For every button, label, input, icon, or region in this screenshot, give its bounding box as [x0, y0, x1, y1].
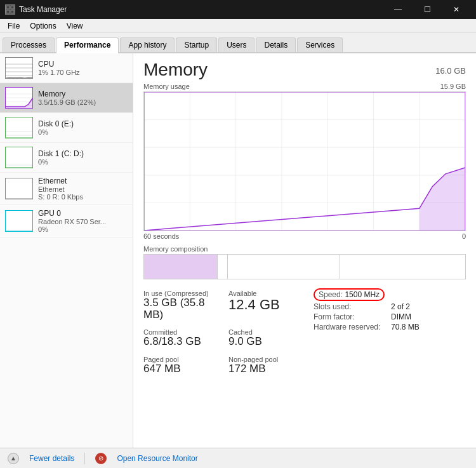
- slots-label: Slots used:: [314, 302, 383, 311]
- tab-startup[interactable]: Startup: [176, 37, 217, 52]
- in-use-value: 3.5 GB (35.8 MB): [143, 297, 223, 321]
- stat-in-use: In use (Compressed) 3.5 GB (35.8 MB): [143, 287, 228, 323]
- svg-rect-16: [144, 92, 465, 231]
- sidebar-item-cpu[interactable]: CPU 1% 1.70 GHz: [0, 53, 133, 83]
- open-monitor-link[interactable]: Open Resource Monitor: [117, 454, 197, 463]
- app-icon: [5, 4, 15, 15]
- tab-app-history[interactable]: App history: [120, 37, 175, 52]
- ethernet-thumb: [5, 178, 33, 199]
- menu-view[interactable]: View: [62, 20, 88, 32]
- sidebar-item-ethernet[interactable]: Ethernet Ethernet S: 0 R: 0 Kbps: [0, 173, 133, 205]
- fewer-details-icon: ▲: [8, 453, 19, 464]
- main-content: CPU 1% 1.70 GHz Memory 3.5/15.9 GB (2: [0, 53, 476, 448]
- gpu0-thumb: [5, 210, 33, 232]
- sidebar-item-disk1[interactable]: Disk 1 (C: D:) 0%: [0, 143, 133, 173]
- speed-label: Speed:: [319, 290, 343, 299]
- composition-label: Memory composition: [143, 245, 466, 253]
- bottom-stats: In use (Compressed) 3.5 GB (35.8 MB) Ava…: [143, 287, 466, 380]
- comp-in-use: [144, 255, 218, 279]
- right-info: Speed: 1500 MHz Slots used: 2 of 2 Form …: [314, 287, 466, 380]
- sidebar-item-gpu0[interactable]: GPU 0 Radeon RX 570 Ser... 0%: [0, 205, 133, 237]
- tab-services[interactable]: Services: [297, 37, 343, 52]
- comp-modified: [218, 255, 227, 279]
- memory-total: 16.0 GB: [435, 60, 466, 76]
- sidebar-item-memory[interactable]: Memory 3.5/15.9 GB (22%): [0, 83, 133, 113]
- resource-monitor-icon: ⊘: [95, 453, 107, 464]
- ethernet-sub2: Ethernet: [38, 185, 128, 193]
- sidebar: CPU 1% 1.70 GHz Memory 3.5/15.9 GB (2: [0, 53, 133, 448]
- tab-bar: Processes Performance App history Startu…: [0, 33, 476, 53]
- memory-name: Memory: [38, 90, 128, 98]
- footer-divider: [84, 453, 85, 464]
- speed-value: 1500 MHz: [345, 290, 380, 299]
- composition-bar: [143, 254, 466, 279]
- comp-standby: [228, 255, 340, 279]
- memory-header: Memory 16.0 GB: [143, 60, 466, 80]
- time-right: 0: [462, 232, 466, 240]
- open-monitor-label: Open Resource Monitor: [117, 454, 197, 463]
- disk0-info: Disk 0 (E:) 0%: [38, 119, 128, 136]
- comp-free: [340, 255, 465, 279]
- svg-rect-2: [6, 10, 10, 13]
- memory-info: Memory 3.5/15.9 GB (22%): [38, 90, 128, 106]
- window-title: Task Manager: [19, 5, 67, 14]
- svg-rect-0: [6, 6, 10, 9]
- stat-committed: Committed 6.8/18.3 GB: [143, 326, 228, 351]
- minimize-button[interactable]: —: [383, 0, 413, 19]
- cpu-info: CPU 1% 1.70 GHz: [38, 60, 128, 76]
- svg-rect-3: [11, 10, 14, 13]
- cpu-thumb: [5, 57, 33, 79]
- svg-rect-1: [11, 6, 14, 9]
- close-button[interactable]: ✕: [442, 0, 471, 19]
- fewer-details-link[interactable]: Fewer details: [29, 454, 74, 463]
- tab-details[interactable]: Details: [256, 37, 296, 52]
- tab-performance[interactable]: Performance: [56, 37, 119, 53]
- gpu0-sub3: 0%: [38, 225, 128, 233]
- memory-thumb: [5, 87, 33, 109]
- stat-non-paged-pool: Non-paged pool 172 MB: [228, 353, 314, 378]
- svg-marker-17: [144, 168, 465, 231]
- stat-paged-pool: Paged pool 647 MB: [143, 353, 228, 378]
- fewer-details-label: Fewer details: [29, 454, 74, 463]
- form-label: Form factor:: [314, 312, 383, 321]
- paged-value: 647 MB: [143, 363, 223, 375]
- stat-cached: Cached 9.0 GB: [228, 326, 314, 351]
- disk1-thumb: [5, 147, 33, 168]
- time-left: 60 seconds: [143, 232, 179, 240]
- disk0-name: Disk 0 (E:): [38, 119, 128, 128]
- disk0-sub: 0%: [38, 128, 128, 136]
- title-bar: Task Manager — ☐ ✕: [0, 0, 476, 19]
- hw-row: Hardware reserved: 70.8 MB: [314, 323, 466, 331]
- tab-processes[interactable]: Processes: [3, 37, 55, 52]
- non-paged-value: 172 MB: [228, 363, 308, 375]
- gpu0-sub2: Radeon RX 570 Ser...: [38, 218, 128, 225]
- form-row: Form factor: DIMM: [314, 312, 466, 321]
- ethernet-name: Ethernet: [38, 177, 128, 185]
- speed-row: Speed: 1500 MHz: [314, 288, 466, 301]
- disk1-sub: 0%: [38, 158, 128, 166]
- menu-file[interactable]: File: [3, 20, 25, 32]
- form-value: DIMM: [391, 312, 411, 321]
- menu-options[interactable]: Options: [25, 20, 61, 32]
- svg-marker-5: [6, 97, 33, 109]
- slots-value: 2 of 2: [391, 302, 410, 311]
- available-value: 12.4 GB: [228, 297, 308, 312]
- committed-value: 6.8/18.3 GB: [143, 336, 223, 348]
- disk1-name: Disk 1 (C: D:): [38, 149, 128, 158]
- hw-value: 70.8 MB: [391, 323, 420, 331]
- tab-users[interactable]: Users: [218, 37, 255, 52]
- maximize-button[interactable]: ☐: [413, 0, 442, 19]
- slots-row: Slots used: 2 of 2: [314, 302, 466, 311]
- sidebar-item-disk0[interactable]: Disk 0 (E:) 0%: [0, 113, 133, 143]
- cpu-name: CPU: [38, 60, 128, 69]
- memory-sub: 3.5/15.9 GB (22%): [38, 98, 128, 106]
- usage-chart-label: Memory usage 15.9 GB: [143, 83, 466, 90]
- disk1-info: Disk 1 (C: D:) 0%: [38, 149, 128, 166]
- footer: ▲ Fewer details ⊘ Open Resource Monitor: [0, 448, 476, 468]
- ethernet-sub3: S: 0 R: 0 Kbps: [38, 193, 128, 201]
- chart-time: 60 seconds 0: [143, 232, 466, 240]
- usage-label: Memory usage: [143, 83, 190, 90]
- gpu0-info: GPU 0 Radeon RX 570 Ser... 0%: [38, 209, 128, 233]
- window-controls: — ☐ ✕: [383, 0, 471, 19]
- disk0-thumb: [5, 117, 33, 138]
